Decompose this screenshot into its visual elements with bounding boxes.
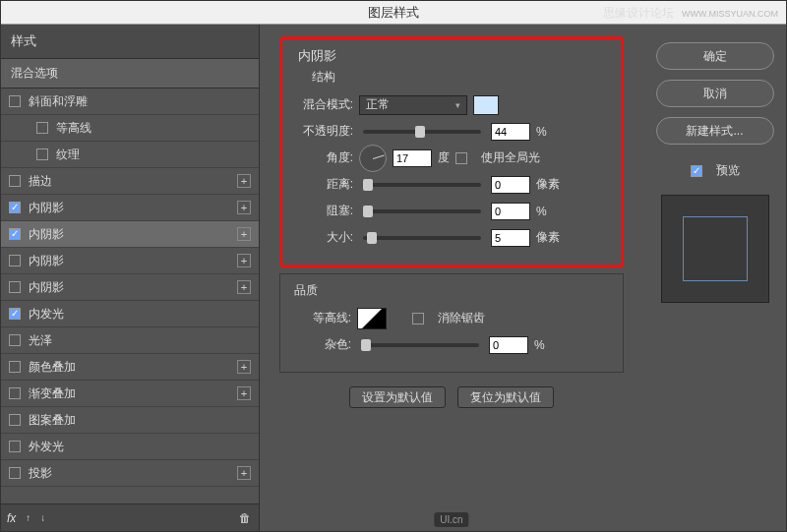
global-light-checkbox[interactable] <box>455 152 467 164</box>
angle-input[interactable]: 17 <box>393 149 432 167</box>
add-effect-icon[interactable]: + <box>237 201 251 214</box>
chevron-down-icon: ▾ <box>455 100 460 110</box>
size-label: 大小: <box>294 229 353 246</box>
add-effect-icon[interactable]: + <box>237 280 251 294</box>
opacity-label: 不透明度: <box>294 123 353 140</box>
style-row-14[interactable]: 投影+ <box>1 460 259 487</box>
style-label: 图案叠加 <box>29 412 76 429</box>
style-checkbox[interactable] <box>9 441 21 452</box>
style-checkbox[interactable] <box>9 387 21 399</box>
noise-unit: % <box>534 338 562 352</box>
watermark: 思缘设计论坛 WWW.MISSYUAN.COM <box>603 5 778 22</box>
make-default-button[interactable]: 设置为默认值 <box>349 386 446 408</box>
style-checkbox[interactable] <box>9 202 21 213</box>
angle-dial[interactable] <box>359 145 387 172</box>
move-up-icon[interactable]: ↑ <box>26 512 30 523</box>
style-row-4[interactable]: 内阴影+ <box>1 195 259 221</box>
style-label: 渐变叠加 <box>29 385 76 402</box>
ok-button[interactable]: 确定 <box>656 42 774 70</box>
choke-input[interactable]: 0 <box>491 203 530 220</box>
style-label: 内阴影 <box>29 200 64 216</box>
style-row-10[interactable]: 颜色叠加+ <box>1 354 259 381</box>
right-panel: 确定 取消 新建样式... 预览 <box>643 25 786 531</box>
distance-input[interactable]: 0 <box>491 176 530 194</box>
opacity-slider[interactable] <box>363 130 481 134</box>
reset-default-button[interactable]: 复位为默认值 <box>457 386 554 408</box>
highlight-box: 内阴影 结构 混合模式: 正常 ▾ 不透明度: 44 % 角度: <box>279 36 624 267</box>
blend-mode-label: 混合模式: <box>294 96 353 113</box>
add-effect-icon[interactable]: + <box>237 386 251 400</box>
style-checkbox[interactable] <box>9 414 21 426</box>
fx-menu[interactable]: fx <box>7 511 16 525</box>
preview-checkbox[interactable] <box>691 165 702 177</box>
opacity-input[interactable]: 44 <box>491 123 530 141</box>
style-checkbox[interactable] <box>9 281 21 293</box>
style-checkbox[interactable] <box>9 175 21 187</box>
style-label: 内阴影 <box>29 253 64 269</box>
contour-label: 等高线: <box>292 310 351 326</box>
sidebar-footer: fx ↑ ↓ 🗑 <box>1 503 259 531</box>
style-label: 内阴影 <box>29 279 64 296</box>
quality-heading: 品质 <box>294 282 611 299</box>
style-row-0[interactable]: 斜面和浮雕 <box>1 89 259 115</box>
distance-label: 距离: <box>294 176 353 193</box>
style-checkbox[interactable] <box>9 308 21 320</box>
blending-options-row[interactable]: 混合选项 <box>1 59 259 89</box>
style-checkbox[interactable] <box>36 122 48 134</box>
style-checkbox[interactable] <box>9 467 21 479</box>
style-row-13[interactable]: 外发光 <box>1 434 259 460</box>
angle-label: 角度: <box>294 149 353 166</box>
distance-slider[interactable] <box>363 183 481 187</box>
style-row-11[interactable]: 渐变叠加+ <box>1 381 259 407</box>
add-effect-icon[interactable]: + <box>237 227 251 241</box>
style-label: 光泽 <box>29 332 52 349</box>
style-checkbox[interactable] <box>9 334 21 346</box>
preview-thumbnail <box>661 195 769 303</box>
color-swatch[interactable] <box>473 95 499 115</box>
trash-icon[interactable]: 🗑 <box>239 511 253 525</box>
style-row-8[interactable]: 内发光 <box>1 301 259 327</box>
style-checkbox[interactable] <box>9 95 21 107</box>
size-unit: 像素 <box>536 229 564 246</box>
size-slider[interactable] <box>363 236 481 240</box>
watermark-url: WWW.MISSYUAN.COM <box>682 9 778 19</box>
contour-picker[interactable] <box>357 308 387 329</box>
choke-slider[interactable] <box>363 209 481 213</box>
style-row-12[interactable]: 图案叠加 <box>1 407 259 434</box>
style-checkbox[interactable] <box>9 255 21 266</box>
style-checkbox[interactable] <box>9 361 21 373</box>
blend-mode-select[interactable]: 正常 ▾ <box>359 95 467 115</box>
style-label: 内发光 <box>29 306 64 323</box>
move-down-icon[interactable]: ↓ <box>40 512 45 523</box>
blend-mode-value: 正常 <box>366 96 390 113</box>
size-input[interactable]: 5 <box>491 229 530 247</box>
style-row-1[interactable]: 等高线 <box>1 115 259 142</box>
style-row-9[interactable]: 光泽 <box>1 327 259 354</box>
style-row-7[interactable]: 内阴影+ <box>1 274 259 301</box>
style-row-2[interactable]: 纹理 <box>1 142 259 168</box>
style-label: 等高线 <box>56 120 91 137</box>
new-style-button[interactable]: 新建样式... <box>656 117 774 145</box>
style-label: 纹理 <box>56 147 80 163</box>
add-effect-icon[interactable]: + <box>237 360 251 374</box>
cancel-button[interactable]: 取消 <box>656 80 774 107</box>
preview-label: 预览 <box>716 162 740 179</box>
style-label: 描边 <box>29 173 52 190</box>
global-light-label: 使用全局光 <box>481 149 540 166</box>
styles-header: 样式 <box>1 25 259 59</box>
noise-slider[interactable] <box>361 343 479 347</box>
style-checkbox[interactable] <box>36 148 48 160</box>
add-effect-icon[interactable]: + <box>237 254 251 267</box>
watermark-site: 思缘设计论坛 <box>603 6 674 20</box>
add-effect-icon[interactable]: + <box>237 466 251 480</box>
antialias-checkbox[interactable] <box>412 313 424 325</box>
noise-input[interactable]: 0 <box>489 336 528 354</box>
style-row-6[interactable]: 内阴影+ <box>1 248 259 274</box>
choke-unit: % <box>536 205 564 218</box>
add-effect-icon[interactable]: + <box>237 174 251 188</box>
style-checkbox[interactable] <box>9 228 21 240</box>
preview-inner <box>683 216 748 281</box>
style-row-5[interactable]: 内阴影+ <box>1 221 259 248</box>
distance-unit: 像素 <box>536 176 564 193</box>
style-row-3[interactable]: 描边+ <box>1 168 259 195</box>
